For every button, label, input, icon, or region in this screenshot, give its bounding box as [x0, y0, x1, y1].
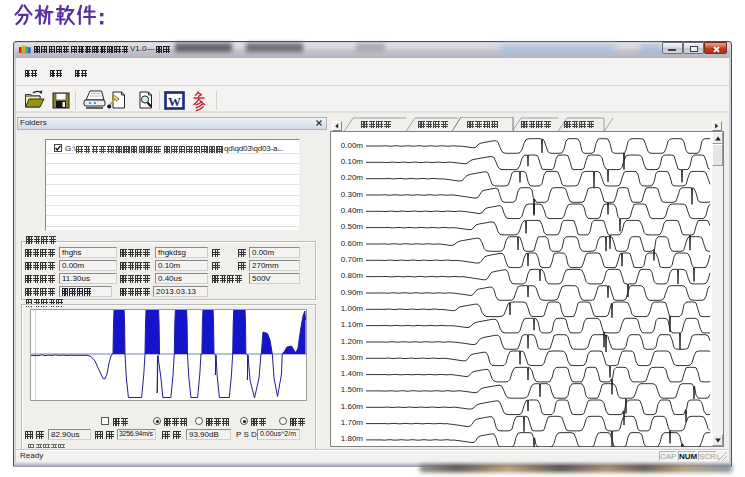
svg-text:W: W — [168, 94, 181, 109]
